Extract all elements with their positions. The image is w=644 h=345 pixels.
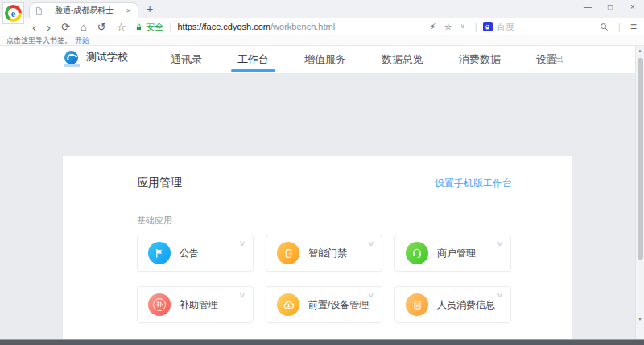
app-card-smart-access[interactable]: 智能门禁 ∨ [266, 235, 382, 272]
app-label: 商户管理 [437, 247, 476, 260]
app-label: 智能门禁 [308, 247, 347, 260]
app-label: 人员消费信息 [437, 298, 495, 312]
nav-item-value-services[interactable]: 增值服务 [304, 46, 346, 73]
separator: | [618, 21, 621, 32]
tab-strip: 一脸通-成都易科士 × + — □ × [0, 0, 644, 18]
bookmarks-start-link[interactable]: 开始 [75, 35, 89, 46]
app-card-consumption-info[interactable]: 人员消费信息 ∨ [394, 286, 511, 323]
brand-caption [64, 64, 80, 67]
door-icon [283, 248, 294, 259]
search-input[interactable]: 百度 [483, 21, 596, 33]
app-card-merchant[interactable]: 商户管理 ∨ [394, 235, 511, 272]
chevron-down-icon[interactable]: ∨ [238, 239, 246, 247]
divider [137, 202, 512, 202]
nav-item-workbench[interactable]: 工作台 [237, 46, 269, 73]
window-minimize-button[interactable]: — [583, 2, 592, 11]
site-nav: 通讯录 工作台 增值服务 数据总览 消费数据 设置 [171, 46, 592, 73]
browser-tab[interactable]: 一脸通-成都易科士 × [29, 2, 138, 18]
back-button[interactable]: ‹ [32, 21, 36, 33]
chevron-down-icon[interactable]: ∨ [496, 291, 504, 299]
search-engine-placeholder: 百度 [497, 21, 514, 33]
page-background: 应用管理 设置手机版工作台 基础应用 公告 ∨ 智能门禁 [0, 73, 635, 339]
app-label: 补助管理 [180, 298, 218, 312]
mobile-workbench-link[interactable]: 设置手机版工作台 [435, 177, 512, 190]
nav-item-contacts[interactable]: 通讯录 [171, 46, 202, 73]
headset-icon [411, 247, 423, 259]
security-label: 安全 [146, 21, 163, 33]
window-close-button[interactable]: × [628, 2, 638, 11]
address-bar[interactable]: 安全 | https://face.cdyqsh.com/workbench.h… [135, 21, 335, 33]
browser-toolbar: ‹ › ⟳ ⌂ ↺ ☆ 安全 | https://face.cdyqsh.com… [0, 18, 644, 35]
bookmarks-hint: 点击这里导入书签。 [6, 35, 72, 46]
separator: | [475, 21, 477, 32]
scrollbar-up-icon[interactable]: ▲ [636, 48, 644, 53]
search-magnifier-icon[interactable] [600, 23, 609, 31]
page-icon [35, 6, 43, 15]
reload-button[interactable]: ⟳ [61, 22, 70, 32]
new-tab-button[interactable]: + [147, 3, 153, 15]
lightning-icon[interactable]: ⚡ [430, 23, 436, 31]
site-header: 测试学校 通讯录 工作台 增值服务 数据总览 消费数据 设置 退出 [0, 46, 635, 73]
app-label: 前置/设备管理 [308, 298, 369, 312]
vertical-scrollbar[interactable]: ▲ ▼ [635, 46, 644, 339]
bookmark-star-icon[interactable]: ☆ [117, 22, 126, 32]
scrollbar-down-icon[interactable]: ▼ [636, 317, 644, 322]
chevron-down-icon[interactable]: ∨ [238, 291, 246, 299]
flag-icon [154, 247, 165, 259]
bookmarks-bar: 点击这里导入书签。 开始 [0, 35, 644, 46]
lock-icon [135, 23, 142, 31]
chevron-down-icon[interactable]: ∨ [460, 23, 465, 30]
browser-logo-wheel: e [5, 5, 22, 22]
chevron-down-icon[interactable]: ∨ [367, 239, 375, 247]
app-label: 公告 [180, 247, 199, 260]
document-list-icon [412, 300, 423, 310]
url-path: /workbench.html [270, 22, 335, 31]
separator: | [169, 21, 171, 32]
basic-app-grid: 公告 ∨ 智能门禁 ∨ 商户管理 ∨ [137, 235, 512, 323]
menu-icon[interactable]: ≡ [630, 21, 637, 32]
app-card-subsidy[interactable]: 补 补助管理 ∨ [137, 286, 254, 323]
browser-logo: e [2, 2, 24, 24]
app-card-device-management[interactable]: 前置/设备管理 ∨ [266, 286, 382, 323]
favorite-star-icon[interactable]: ☆ [444, 23, 452, 31]
url-host: https://face.cdyqsh.com [177, 22, 270, 31]
school-logo-icon [64, 51, 78, 64]
brand: 测试学校 [64, 50, 128, 64]
scrollbar-thumb[interactable] [638, 58, 643, 260]
app-management-panel: 应用管理 设置手机版工作台 基础应用 公告 ∨ 智能门禁 [63, 156, 572, 345]
cloud-download-icon [283, 299, 295, 311]
section-label-basic: 基础应用 [137, 214, 512, 227]
restore-button[interactable]: ↺ [97, 22, 106, 32]
page-title: 应用管理 [137, 176, 182, 190]
chevron-down-icon[interactable]: ∨ [367, 291, 375, 299]
home-button[interactable]: ⌂ [80, 22, 87, 32]
chevron-down-icon[interactable]: ∨ [496, 239, 504, 247]
subsidy-ring-icon: 补 [153, 298, 166, 311]
app-card-announcement[interactable]: 公告 ∨ [137, 235, 254, 272]
nav-item-consumption-data[interactable]: 消费数据 [459, 46, 501, 73]
school-name: 测试学校 [86, 50, 128, 64]
forward-button[interactable]: › [47, 21, 51, 33]
taskbar [0, 339, 644, 345]
tab-close-icon[interactable]: × [125, 6, 133, 15]
logout-link[interactable]: 退出 [546, 46, 564, 73]
nav-item-data-overview[interactable]: 数据总览 [382, 46, 423, 73]
baidu-logo-icon [483, 22, 493, 31]
window-maximize-button[interactable]: □ [605, 2, 615, 11]
tab-title: 一脸通-成都易科士 [47, 5, 125, 16]
